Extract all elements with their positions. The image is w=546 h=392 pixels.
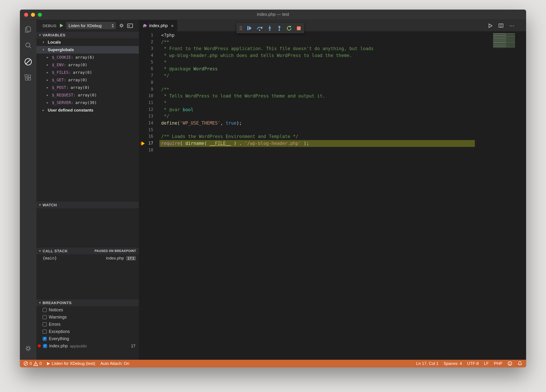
step-over-icon[interactable] — [257, 25, 262, 31]
scope-row[interactable]: ▸User defined constants — [36, 106, 139, 114]
code-line[interactable]: 2/** — [139, 39, 526, 45]
breakpoint-row[interactable]: Warnings — [36, 313, 139, 321]
cursor-position[interactable]: Ln 17, Col 1 — [416, 361, 438, 366]
code-line[interactable]: 11 * — [139, 100, 526, 106]
settings-gear-icon[interactable] — [20, 340, 36, 356]
code-line[interactable]: 16/** Loads the WordPress Environment an… — [139, 133, 526, 140]
drag-handle-icon[interactable] — [240, 26, 242, 31]
line-number[interactable]: 12 — [139, 106, 153, 113]
variable-row[interactable]: ▸$_ENV:array(0) — [36, 61, 139, 69]
continue-icon[interactable] — [247, 26, 252, 31]
code-text: * — [161, 59, 167, 66]
restart-icon[interactable] — [286, 25, 292, 31]
close-button[interactable] — [24, 13, 28, 17]
line-number[interactable]: 10 — [139, 93, 153, 99]
line-number[interactable]: 7 — [139, 72, 153, 79]
line-number[interactable]: 13 — [139, 113, 153, 120]
line-number[interactable]: 3 — [139, 45, 153, 52]
extensions-icon[interactable] — [20, 70, 36, 86]
code-line[interactable]: 6 * @package WordPress — [139, 66, 526, 72]
split-editor-icon[interactable] — [499, 23, 503, 28]
callstack-frame[interactable]: {main}index.php17:1 — [36, 254, 139, 262]
watch-section-header[interactable]: ▾ WATCH — [36, 201, 139, 208]
code-line[interactable]: 13 */ — [139, 113, 526, 120]
variables-section-header[interactable]: ▾ VARIABLES — [36, 31, 139, 38]
encoding[interactable]: UTF-8 — [467, 361, 479, 366]
breakpoint-checkbox[interactable] — [43, 329, 47, 334]
line-number[interactable]: 8 — [139, 79, 153, 86]
breakpoint-checkbox[interactable] — [43, 344, 47, 348]
code-line[interactable]: 15 — [139, 126, 526, 133]
code-line[interactable]: 4 * wp-blog-header.php which does and te… — [139, 52, 526, 59]
variable-row[interactable]: ▸$_COOKIE:array(6) — [36, 54, 139, 61]
title-bar[interactable]: index.php — test — [20, 10, 526, 20]
code-line[interactable]: 3 * Front to the WordPress application. … — [139, 45, 526, 52]
breakpoint-checkbox[interactable] — [43, 322, 47, 326]
breakpoint-row[interactable]: Exceptions — [36, 328, 139, 335]
line-number[interactable]: 1 — [139, 32, 153, 39]
language-mode[interactable]: PHP — [494, 361, 502, 366]
configure-gear-icon[interactable] — [118, 23, 124, 28]
tab-close-icon[interactable]: × — [171, 23, 174, 28]
breakpoint-checkbox[interactable] — [43, 308, 47, 312]
minimize-button[interactable] — [31, 13, 35, 17]
code-line[interactable]: 7 */ — [139, 72, 526, 79]
breakpoint-row[interactable]: Notices — [36, 306, 139, 313]
step-out-icon[interactable] — [277, 25, 282, 31]
breakpoint-checkbox[interactable] — [43, 315, 47, 319]
debug-console-icon[interactable] — [127, 23, 133, 28]
code-line[interactable]: 10 * Tells WordPress to load the WordPre… — [139, 93, 526, 99]
debug-icon[interactable] — [20, 54, 36, 70]
step-into-icon[interactable] — [267, 25, 272, 31]
breakpoint-checkbox[interactable] — [43, 336, 47, 341]
scope-row[interactable]: ▾Locals — [36, 38, 139, 46]
breakpoint-row[interactable]: Errors — [36, 321, 139, 328]
line-number[interactable]: 11 — [139, 100, 153, 106]
line-number[interactable]: 15 — [139, 126, 153, 133]
line-number[interactable]: 17 — [139, 140, 153, 147]
code-line[interactable]: 18 — [139, 147, 526, 153]
files-icon[interactable] — [20, 21, 36, 38]
code-line[interactable]: 9/** — [139, 86, 526, 93]
indentation[interactable]: Spaces: 4 — [444, 361, 462, 366]
line-number[interactable]: 18 — [139, 147, 153, 153]
code-line[interactable]: 8 — [139, 79, 526, 86]
line-number[interactable]: 6 — [139, 66, 153, 72]
debug-status[interactable]: Listen for XDebug (test) — [47, 361, 95, 366]
line-number[interactable]: 2 — [139, 39, 153, 45]
breakpoint-row[interactable]: index.phpapp/public17 — [36, 342, 139, 349]
variable-row[interactable]: ▸$_POST:array(0) — [36, 84, 139, 91]
more-actions-icon[interactable]: ⋯ — [509, 22, 514, 29]
run-icon[interactable] — [488, 23, 493, 28]
code-line[interactable]: 12 * @var bool — [139, 106, 526, 113]
variable-row[interactable]: ▸$_GET:array(0) — [36, 76, 139, 84]
feedback-smiley-icon[interactable] — [507, 361, 512, 366]
code-line[interactable]: 14define('WP_USE_THEMES', true); — [139, 120, 526, 126]
notifications-bell-icon[interactable] — [518, 361, 522, 366]
code-line[interactable]: 1<?php — [139, 32, 526, 39]
variable-row[interactable]: ▸$_REQUEST:array(0) — [36, 91, 139, 99]
code-line[interactable]: 5 * — [139, 59, 526, 66]
callstack-section-header[interactable]: ▾ CALL STACK PAUSED ON BREAKPOINT — [36, 247, 139, 254]
auto-attach-status[interactable]: Auto Attach: On — [100, 361, 129, 366]
problems-indicator[interactable]: 0 0 — [23, 361, 42, 366]
variable-row[interactable]: ▸$_SERVER:array(39) — [36, 99, 139, 106]
start-debugging-icon[interactable] — [59, 23, 63, 28]
zoom-button[interactable] — [38, 13, 42, 17]
eol[interactable]: LF — [484, 361, 489, 366]
line-number[interactable]: 5 — [139, 59, 153, 66]
line-number[interactable]: 9 — [139, 86, 153, 93]
line-number[interactable]: 4 — [139, 52, 153, 59]
search-icon[interactable] — [20, 38, 36, 54]
breakpoints-section-header[interactable]: ▾ BREAKPOINTS — [36, 299, 139, 306]
debug-config-dropdown[interactable]: Listen for XDebug — [66, 22, 116, 29]
line-number[interactable]: 16 — [139, 133, 153, 140]
code-line[interactable]: 17require( dirname( __FILE__ ) . '/wp-bl… — [139, 140, 526, 147]
scope-row[interactable]: ▾Superglobals — [36, 46, 139, 54]
minimap[interactable] — [492, 33, 521, 48]
line-number[interactable]: 14 — [139, 120, 153, 126]
stop-icon[interactable] — [297, 26, 301, 30]
breakpoint-row[interactable]: Everything — [36, 335, 139, 342]
variable-row[interactable]: ▸$_FILES:array(0) — [36, 69, 139, 76]
tab-index-php[interactable]: index.php × — [139, 20, 177, 31]
